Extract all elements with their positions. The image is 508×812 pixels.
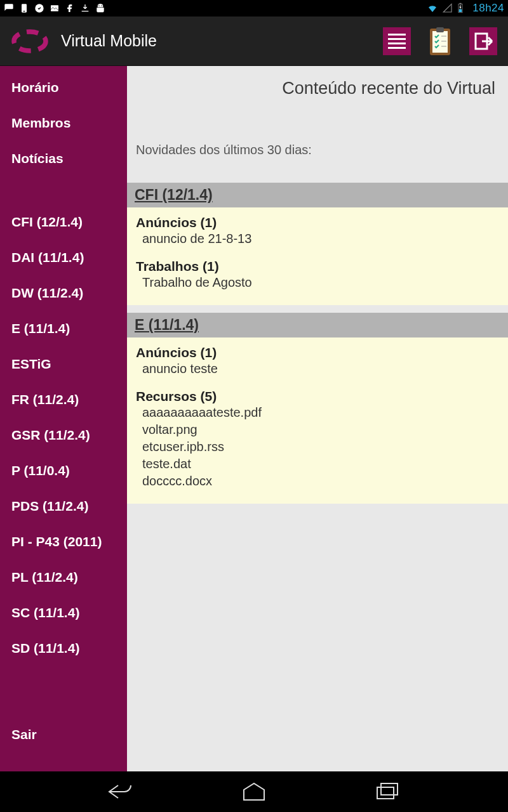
svg-rect-14 (388, 47, 406, 49)
signal-icon (442, 3, 453, 14)
svg-point-4 (98, 5, 99, 6)
back-button[interactable] (102, 779, 140, 804)
list-item[interactable]: anuncio teste (136, 360, 499, 377)
app-logo-icon[interactable] (8, 25, 52, 57)
list-item[interactable]: teste.dat (136, 455, 499, 473)
sidebar-item-top[interactable]: Membros (0, 105, 127, 141)
sidebar-item-course[interactable]: DW (11/2.4) (0, 275, 127, 311)
svg-rect-12 (388, 38, 406, 40)
svg-rect-11 (388, 34, 406, 36)
sidebar-item-exit[interactable]: Sair (0, 717, 127, 752)
android-icon (95, 3, 105, 13)
sidebar-item-course[interactable]: CFI (12/1.4) (0, 204, 127, 240)
battery-icon (457, 3, 469, 14)
status-left-icons (4, 3, 105, 13)
sidebar-item-course[interactable]: P (11/0.4) (0, 453, 127, 488)
svg-rect-7 (460, 3, 462, 4)
svg-rect-13 (388, 43, 406, 44)
sidebar-item-top[interactable]: Horário (0, 70, 127, 105)
list-item[interactable]: etcuser.ipb.rss (136, 438, 499, 455)
sidebar-item-course[interactable]: GSR (11/2.4) (0, 417, 127, 453)
group-title: Anúncios (1) (136, 215, 499, 230)
list-item[interactable]: Trabalho de Agosto (136, 274, 499, 291)
list-item[interactable]: voltar.png (136, 421, 499, 438)
sidebar-item-course[interactable]: PL (11/2.4) (0, 560, 127, 595)
list-item[interactable]: docccc.docx (136, 473, 499, 490)
sidebar: HorárioMembrosNotícias CFI (12/1.4)DAI (… (0, 66, 127, 771)
check-circle-icon (34, 3, 44, 13)
sidebar-item-top[interactable]: Notícias (0, 141, 127, 176)
clipboard-button[interactable] (423, 24, 457, 58)
sidebar-item-course[interactable]: SC (11/1.4) (0, 595, 127, 631)
sidebar-item-course[interactable]: DAI (11/1.4) (0, 240, 127, 275)
system-nav-bar (0, 771, 508, 812)
svg-rect-1 (23, 11, 25, 11)
sidebar-item-course[interactable]: SD (11/1.4) (0, 631, 127, 666)
svg-rect-10 (383, 27, 411, 55)
page-title: Conteúdo recente do Virtual (127, 66, 508, 105)
svg-point-9 (14, 32, 46, 51)
list-item[interactable]: aaaaaaaaaateste.pdf (136, 404, 499, 421)
svg-rect-23 (377, 787, 394, 799)
menu-list-button[interactable] (380, 24, 414, 58)
svg-rect-17 (436, 27, 444, 32)
download-icon (19, 3, 29, 13)
clock: 18h24 (472, 2, 504, 15)
section-body: Anúncios (1)anuncio de 21-8-13Trabalhos … (127, 207, 508, 305)
svg-rect-24 (381, 783, 398, 795)
main-content: Conteúdo recente do Virtual Novidades do… (127, 66, 508, 771)
wifi-icon (427, 3, 438, 14)
status-bar: 18h24 (0, 0, 508, 16)
section-header[interactable]: CFI (12/1.4) (127, 183, 508, 207)
group-title: Recursos (5) (136, 389, 499, 404)
exit-button[interactable] (466, 24, 500, 58)
recent-apps-button[interactable] (368, 779, 406, 804)
facebook-icon (65, 3, 75, 13)
svg-point-5 (101, 5, 102, 6)
home-button[interactable] (235, 779, 273, 804)
section-body: Anúncios (1)anuncio testeRecursos (5)aaa… (127, 337, 508, 504)
download-arrow-icon (80, 3, 90, 13)
page-subtitle: Novidades dos últimos 30 dias: (127, 105, 508, 183)
group-title: Trabalhos (1) (136, 259, 499, 274)
sidebar-item-course[interactable]: PDS (11/2.4) (0, 488, 127, 524)
group-title: Anúncios (1) (136, 345, 499, 360)
sidebar-item-course[interactable]: PI - P43 (2011) (0, 524, 127, 560)
svg-rect-8 (459, 10, 462, 13)
action-bar: Virtual Mobile (0, 16, 508, 66)
app-title: Virtual Mobile (61, 32, 157, 50)
sidebar-item-course[interactable]: ESTiG (0, 346, 127, 382)
notification-icon (4, 3, 14, 13)
image-icon (50, 3, 60, 13)
section-header[interactable]: E (11/1.4) (127, 313, 508, 337)
list-item[interactable]: anuncio de 21-8-13 (136, 230, 499, 247)
sidebar-item-course[interactable]: FR (11/2.4) (0, 382, 127, 417)
sidebar-item-course[interactable]: E (11/1.4) (0, 311, 127, 346)
status-right-icons: 18h24 (427, 2, 504, 15)
